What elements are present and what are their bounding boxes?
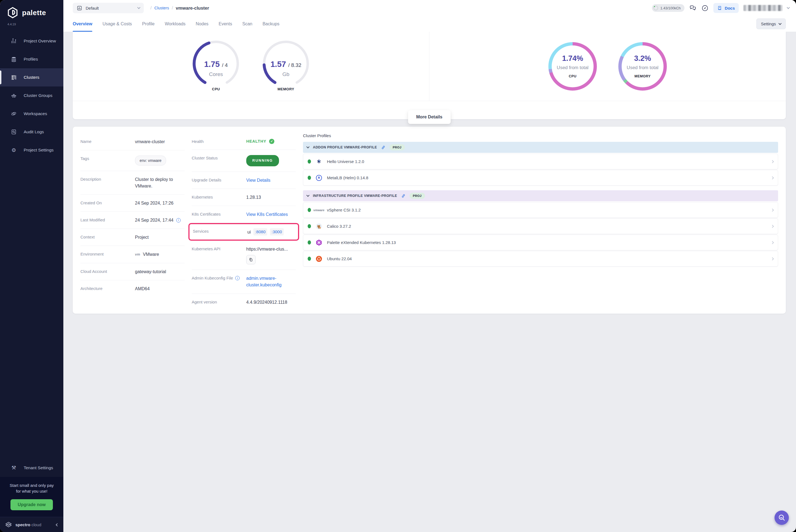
view-details-link[interactable]: View Details [246,177,270,184]
tab-nodes[interactable]: Nodes [196,16,209,32]
sidebar: palette 4.4.19 Project Overview Profiles [0,0,63,289]
memory-gauge-label: MEMORY [262,87,310,91]
tab-scan[interactable]: Scan [242,16,252,32]
more-details-button[interactable]: More Details [408,110,432,124]
service-port-8080-link[interactable]: :8080 [253,228,267,235]
row-kubernetes-api: Kubernetes API https://vmware-clus... [192,241,296,270]
detail-value: Cluster to deploy to VMware. [135,176,179,189]
project-selector-value: Default [86,6,134,11]
metallb-icon [315,174,323,182]
infrastructure-profile-header[interactable]: INFRASTRUCTURE PROFILE VMWARE-PROFILE PR… [303,190,432,201]
detail-value: gateway-tutorial [135,268,166,275]
breadcrumb-clusters-link[interactable]: Clusters [154,6,169,10]
sidebar-nav: Project Overview Profiles Clusters Clust… [0,32,63,159]
row-upgrade-details: Upgrade Details View Details [192,172,296,189]
profile-item-metallb[interactable]: MetalLB (Helm) 0.14.8 [303,170,432,186]
kubeconfig-download-link[interactable]: admin.vmware-cluster.kubeconfig [246,275,282,288]
copy-icon [249,258,253,262]
service-name: ui [247,229,251,235]
cpu-gauge: 1.75 / 4 Cores CPU [192,39,240,93]
chevron-down-icon [137,6,140,9]
profile-item-ubuntu[interactable]: Ubuntu 22.04 [303,251,432,267]
proj-badge: PROJ [390,144,405,150]
tab-backups[interactable]: Backups [263,16,279,32]
brand-name: palette [22,8,46,17]
detail-label: Description [80,176,135,182]
bar-chart-icon [11,38,17,44]
health-status: HEALTHY [246,138,266,144]
brand-logo: palette [0,0,63,20]
detail-label: Environment [80,251,135,256]
breadcrumb: / Clusters / vmware-cluster [150,5,209,11]
addon-profile-group: ADDON PROFILE VMWARE-PROFILE PROJ Hello … [303,142,432,186]
sidebar-item-label: Workspaces [24,111,47,116]
link-icon[interactable] [401,194,406,198]
profile-item-name: Ubuntu 22.04 [327,256,432,261]
breadcrumb-separator: / [150,5,151,11]
detail-value: 1.28.13 [246,194,261,201]
tab-profile[interactable]: Profile [142,16,154,32]
tag-chip: env: vmware [135,156,166,166]
info-icon[interactable]: i [176,218,181,223]
row-admin-kubeconfig: Admin Kubeconfig Filei admin.vmware-clus… [192,270,296,289]
sidebar-item-project-settings[interactable]: ⚙ Project Settings [0,141,63,159]
addon-profile-header[interactable]: ADDON PROFILE VMWARE-PROFILE PROJ [303,142,432,153]
sidebar-item-workspaces[interactable]: Workspaces [0,104,63,123]
row-services-highlighted: Services ui :8080 :3000 [188,223,299,241]
project-chart-icon [77,5,82,11]
profile-item-hello-universe[interactable]: Hello Universe 1.2.0 [303,154,432,169]
row-tags: Tags env: vmware [80,150,185,171]
row-cluster-status: Cluster Status RUNNING [192,150,296,172]
status-dot [308,224,311,228]
row-context: Context Project [80,229,185,246]
service-port-3000-link[interactable]: :3000 [270,228,284,235]
detail-label: Tags [80,156,135,161]
cpu-gauge-value: 1.75 / 4 [192,60,240,69]
tab-usage-costs[interactable]: Usage & Costs [102,16,132,32]
tab-workloads[interactable]: Workloads [165,16,185,32]
cpu-gauge-label: CPU [192,87,240,91]
detail-label: Cloud Account [80,268,135,274]
sidebar-item-profiles[interactable]: Profiles [0,50,63,68]
vmware-logo: vmware [315,206,323,214]
details-column-middle: Health HEALTHY✓ Cluster Status RUNNING U… [192,133,296,289]
header-block: Default / Clusters / vmware-cluster 1.43… [63,0,432,32]
tab-overview[interactable]: Overview [73,16,92,32]
project-selector[interactable]: Default [73,3,144,13]
sidebar-item-project-overview[interactable]: Project Overview [0,32,63,50]
profile-item-name: Calico 3.27.2 [327,224,432,229]
detail-label: Services [193,228,247,233]
chevron-down-icon [306,194,309,196]
sidebar-item-clusters[interactable]: Clusters [0,68,63,87]
palette-logo-icon [6,6,19,19]
detail-label: Last Modified [80,217,135,222]
app-version: 4.4.19 [0,20,63,30]
row-last-modified: Last Modified 24 Sep 2024, 17:44i [80,212,185,229]
server-list-icon [11,74,17,81]
info-icon[interactable]: i [235,276,240,280]
view-k8s-certificates-link[interactable]: View K8s Certificates [246,211,288,217]
link-icon[interactable] [381,145,385,150]
detail-value: AMD64 [135,286,150,289]
overview-footer: More Details [73,101,432,119]
copy-button[interactable] [246,255,255,264]
ubuntu-icon [315,255,323,263]
app-window: palette 4.4.19 Project Overview Profiles [0,0,432,289]
profile-item-palette-extended-kubernetes[interactable]: Palette eXtended Kubernetes 1.28.13 [303,234,432,250]
sidebar-item-label: Audit Logs [24,129,44,134]
profile-item-calico[interactable]: Calico 3.27.2 [303,218,432,234]
detail-label: Cluster Status [192,155,246,160]
memory-gauge-value: 1.57 / 8.32 [262,60,310,69]
profile-item-vsphere-csi[interactable]: vmware vSphere CSI 3.1.2 [303,202,432,218]
details-card: Name vmware-cluster Tags env: vmware Des… [73,127,432,289]
breadcrumb-separator: / [172,5,173,11]
detail-label: Context [80,234,135,239]
tab-events[interactable]: Events [219,16,232,32]
sidebar-item-label: Cluster Groups [24,93,52,98]
sidebar-item-cluster-groups[interactable]: Cluster Groups [0,87,63,104]
status-badge: RUNNING [246,155,279,166]
sidebar-item-audit-logs[interactable]: Audit Logs [0,123,63,141]
topbar: Default / Clusters / vmware-cluster 1.43… [63,0,432,16]
detail-label: Kubernetes API [192,246,246,251]
sidebar-item-label: Project Overview [24,39,56,43]
